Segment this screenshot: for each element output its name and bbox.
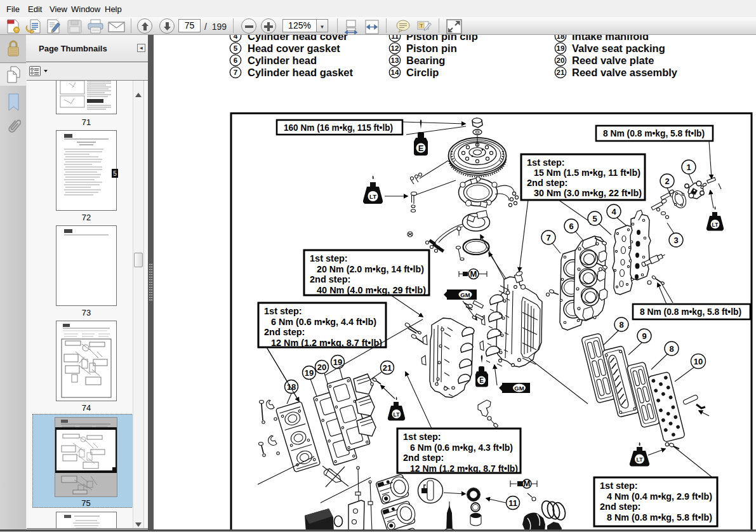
svg-text:40 Nm (4.0 m•kg, 29 ft•lb): 40 Nm (4.0 m•kg, 29 ft•lb) xyxy=(317,285,426,295)
svg-text:3: 3 xyxy=(673,236,678,245)
svg-text:M: M xyxy=(470,269,477,279)
svg-text:4 Nm (0.4 m•kg, 2.9 ft•lb): 4 Nm (0.4 m•kg, 2.9 ft•lb) xyxy=(607,491,712,502)
svg-text:2nd step:: 2nd step: xyxy=(264,327,305,337)
svg-text:1st step:: 1st step: xyxy=(527,157,565,168)
svg-text:18: 18 xyxy=(557,35,565,40)
svg-text:Reed valve assembly: Reed valve assembly xyxy=(572,67,678,78)
svg-text:1st step:: 1st step: xyxy=(403,432,441,442)
svg-text:Cylinder head gasket: Cylinder head gasket xyxy=(248,67,353,78)
svg-text:GM: GM xyxy=(460,291,470,298)
svg-text:E: E xyxy=(418,143,424,153)
svg-text:LT: LT xyxy=(712,222,719,228)
svg-text:8 Nm (0.8 m•kg, 5.8 ft•lb): 8 Nm (0.8 m•kg, 5.8 ft•lb) xyxy=(603,128,705,138)
svg-text:8: 8 xyxy=(619,320,623,329)
svg-text:21: 21 xyxy=(557,69,565,76)
svg-text:GM: GM xyxy=(514,385,524,392)
svg-text:5: 5 xyxy=(113,170,117,177)
svg-text:1st step:: 1st step: xyxy=(264,306,302,316)
svg-text:160 Nm (16 m•kg, 115 ft•lb): 160 Nm (16 m•kg, 115 ft•lb) xyxy=(284,122,393,133)
svg-text:21: 21 xyxy=(383,363,392,373)
svg-text:2nd step:: 2nd step: xyxy=(403,453,444,463)
svg-text:6 Nm (0.6 m•kg, 4.4 ft•lb): 6 Nm (0.6 m•kg, 4.4 ft•lb) xyxy=(271,317,376,327)
svg-text:Intake manifold: Intake manifold xyxy=(572,35,649,42)
svg-text:Bearing: Bearing xyxy=(406,55,445,66)
svg-text:30 Nm (3.0 m•kg, 22 ft•lb): 30 Nm (3.0 m•kg, 22 ft•lb) xyxy=(534,188,642,198)
svg-text:7: 7 xyxy=(546,233,550,243)
svg-text:8 Nm (0.8 m•kg, 5.8 ft•lb): 8 Nm (0.8 m•kg, 5.8 ft•lb) xyxy=(607,512,712,522)
svg-text:Piston pin clip: Piston pin clip xyxy=(406,35,478,42)
svg-text:Piston pin: Piston pin xyxy=(406,43,457,54)
svg-text:Head cover gasket: Head cover gasket xyxy=(248,43,340,54)
svg-text:1: 1 xyxy=(686,163,691,172)
svg-text:2nd step:: 2nd step: xyxy=(310,274,350,284)
svg-text:19: 19 xyxy=(557,44,565,52)
svg-text:20 Nm (2.0 m•kg, 14 ft•lb): 20 Nm (2.0 m•kg, 14 ft•lb) xyxy=(317,264,424,274)
svg-text:Reed valve plate: Reed valve plate xyxy=(572,55,654,66)
svg-text:20: 20 xyxy=(317,362,326,372)
svg-text:19: 19 xyxy=(305,368,314,378)
svg-text:6: 6 xyxy=(234,57,237,64)
svg-text:1st step:: 1st step: xyxy=(310,253,348,263)
svg-text:Valve seat packing: Valve seat packing xyxy=(572,43,665,54)
svg-text:2nd step:: 2nd step: xyxy=(600,502,640,512)
svg-text:11: 11 xyxy=(508,498,517,508)
svg-text:Cylinder head cover: Cylinder head cover xyxy=(248,35,348,42)
svg-text:6 Nm (0.6 m•kg, 4.3 ft•lb): 6 Nm (0.6 m•kg, 4.3 ft•lb) xyxy=(410,442,513,453)
svg-text:5: 5 xyxy=(234,44,238,52)
svg-text:7: 7 xyxy=(234,69,237,76)
svg-text:1st step:: 1st step: xyxy=(600,481,638,491)
svg-text:E: E xyxy=(479,377,484,384)
svg-text:12 Nm (1.2 m•kg, 8.7 ft•lb): 12 Nm (1.2 m•kg, 8.7 ft•lb) xyxy=(271,338,382,348)
svg-text:8 Nm (0.8 m•kg, 5.8 ft•lb): 8 Nm (0.8 m•kg, 5.8 ft•lb) xyxy=(640,306,741,317)
svg-text:12: 12 xyxy=(391,44,399,52)
svg-text:T: T xyxy=(420,23,423,29)
svg-text:M: M xyxy=(524,479,531,488)
svg-text:8: 8 xyxy=(669,344,673,354)
svg-text:LT: LT xyxy=(369,193,376,200)
svg-text:5: 5 xyxy=(592,214,597,223)
svg-text:2nd step:: 2nd step: xyxy=(527,178,567,188)
svg-text:Cylinder head: Cylinder head xyxy=(248,55,317,66)
svg-text:13: 13 xyxy=(391,57,399,64)
svg-text:2: 2 xyxy=(665,176,669,186)
svg-text:4: 4 xyxy=(234,35,238,40)
svg-text:14: 14 xyxy=(391,69,399,76)
svg-text:11: 11 xyxy=(391,35,399,40)
svg-text:LT: LT xyxy=(394,411,401,418)
svg-text:10: 10 xyxy=(694,357,703,366)
svg-text:LT: LT xyxy=(637,456,644,463)
svg-text:15 Nm (1.5 m•kg, 11 ft•lb): 15 Nm (1.5 m•kg, 11 ft•lb) xyxy=(534,168,640,178)
svg-text:Circlip: Circlip xyxy=(406,67,439,78)
svg-text:12 Nm (1.2 m•kg, 8.7 ft•lb): 12 Nm (1.2 m•kg, 8.7 ft•lb) xyxy=(410,463,518,474)
svg-text:9: 9 xyxy=(642,331,646,341)
svg-text:19: 19 xyxy=(333,357,342,367)
svg-text:20: 20 xyxy=(557,57,565,64)
svg-text:4: 4 xyxy=(611,207,616,216)
svg-text:6: 6 xyxy=(569,222,573,231)
